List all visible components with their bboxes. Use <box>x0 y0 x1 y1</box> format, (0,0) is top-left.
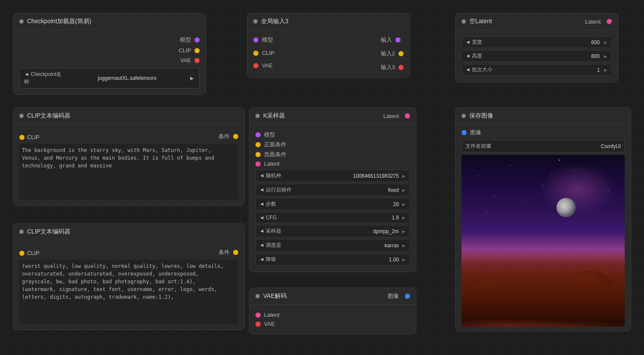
ks-model-dot <box>255 132 261 137</box>
checkpoint-field-label: ◄ Checkpoint名称 <box>24 71 65 85</box>
batch-param[interactable]: ◄ 批次大小 1 ► <box>462 64 612 76</box>
clip-encoder-1-body: CLIP 条件 <box>13 124 244 205</box>
global-vae-out: VAE <box>253 62 274 69</box>
latent-out-dot <box>607 19 612 24</box>
clip-out-dot <box>194 48 200 53</box>
clip-enc1-dot <box>19 135 24 140</box>
file-prefix-value: ComfyUI <box>601 143 621 149</box>
global-input-body: 模型 CLIP VAE 输入 输入2 <box>247 30 410 77</box>
save-image-node: 保存图像 图像 文件名前缀 ComfyUI <box>455 107 631 331</box>
k-sampler-header: K采样器 Latent <box>249 108 416 124</box>
ks-cfg-param[interactable]: ◄ CFG 1.8 ► <box>255 212 410 223</box>
checkpoint-clip-port: CLIP <box>179 47 200 54</box>
clip-enc1-text[interactable] <box>19 144 238 200</box>
save-image-input-dot <box>462 130 467 135</box>
preview-image <box>462 155 625 327</box>
clip-enc1-row: CLIP 条件 <box>19 130 238 142</box>
empty-latent-header: 空Latent Latent <box>456 13 618 30</box>
global-input-title: 全局输入3 <box>261 18 289 25</box>
checkpoint-arrow[interactable]: ► <box>189 75 195 82</box>
checkpoint-node: Checkpoint加载器(简易) 模型 CLIP VAE ◄ Checkpoi… <box>13 13 206 95</box>
vae-decode-node: VAE解码 图像 Latent VAE <box>249 288 416 334</box>
checkpoint-field-value: juggernautXL.safetensors <box>65 75 189 81</box>
global-input3-dot <box>398 65 404 70</box>
global-model-out: 模型 <box>253 36 274 44</box>
empty-latent-node: 空Latent Latent ◄ 宽度 600 ► ◄ 高度 800 ► ◄ 批… <box>455 13 618 82</box>
global-input-status-dot <box>253 19 258 24</box>
global-clip-out: CLIP <box>253 50 274 56</box>
ks-latent-port: Latent <box>255 161 410 167</box>
save-image-header: 保存图像 <box>456 108 631 124</box>
save-image-input-label: 图像 <box>470 129 481 137</box>
save-image-title: 保存图像 <box>469 112 493 120</box>
clip-enc2-label: CLIP <box>19 250 39 256</box>
model-out-dot <box>194 37 200 42</box>
save-image-input-port: 图像 <box>462 129 625 137</box>
ks-seed-param[interactable]: ◄ 随机种 1008466131983275 ► <box>255 170 410 182</box>
checkpoint-model-label: 模型 <box>180 36 191 44</box>
clip-encoder-1-node: CLIP文本编码器 CLIP 条件 <box>13 107 245 206</box>
clip-enc2-clip-label: CLIP <box>27 250 39 256</box>
checkpoint-header: Checkpoint加载器(简易) <box>13 13 206 30</box>
clip-enc2-row: CLIP 条件 <box>19 246 238 258</box>
empty-latent-body: ◄ 宽度 600 ► ◄ 高度 800 ► ◄ 批次大小 1 ► <box>456 30 618 82</box>
global-input1: 输入 <box>381 36 404 44</box>
ks-denoise-param[interactable]: ◄ 降噪 1.00 ► <box>255 253 410 266</box>
height-param[interactable]: ◄ 高度 800 ► <box>462 50 612 62</box>
vae-decode-vae-dot <box>255 322 261 327</box>
empty-latent-title: 空Latent <box>469 18 492 25</box>
clip-enc2-condition-dot <box>233 250 238 255</box>
checkpoint-model-port: 模型 <box>180 36 200 44</box>
clip-enc2-condition-label: 条件 <box>219 249 230 256</box>
clip-enc1-condition-label: 条件 <box>219 133 230 140</box>
k-sampler-status-dot <box>255 114 260 118</box>
vae-decode-body: Latent VAE <box>249 305 416 334</box>
global-clip-dot <box>253 51 258 56</box>
clip-enc1-clip-label: CLIP <box>27 134 39 140</box>
ks-scheduler-param[interactable]: ◄ 调度器 karras ► <box>255 239 410 252</box>
clip-encoder-1-title: CLIP文本编码器 <box>27 112 70 120</box>
global-input-header: 全局输入3 <box>247 13 410 30</box>
vae-out-dot <box>194 58 200 63</box>
ks-post-param[interactable]: ◄ 运行后操作 fixed ► <box>255 184 410 196</box>
global-input-node: 全局输入3 模型 CLIP VAE 输入 <box>247 13 410 78</box>
file-prefix-label: 文件名前缀 <box>465 143 601 150</box>
checkpoint-vae-label: VAE <box>180 57 191 64</box>
global-input3: 输入3 <box>381 64 404 71</box>
clip-encoder-2-body: CLIP 条件 <box>13 240 244 330</box>
clip-enc2-condition-port: 条件 <box>219 249 238 256</box>
checkpoint-body: 模型 CLIP VAE ◄ Checkpoint名称 juggernautXL.… <box>13 30 206 94</box>
global-vae-dot <box>253 63 258 68</box>
k-sampler-title: K采样器 <box>263 112 285 120</box>
clip-enc1-condition-dot <box>233 134 238 139</box>
width-param[interactable]: ◄ 宽度 600 ► <box>462 36 612 48</box>
clip-enc1-status-dot <box>19 114 24 118</box>
clip-encoder-2-title: CLIP文本编码器 <box>27 228 70 236</box>
vae-decode-title: VAE解码 <box>263 292 287 300</box>
ks-steps-param[interactable]: ◄ 步数 20 ► <box>255 198 410 210</box>
checkpoint-vae-port: VAE <box>180 57 200 64</box>
clip-enc2-dot <box>19 251 24 256</box>
clip-enc1-condition-port: 条件 <box>219 133 238 140</box>
nebula-cloud <box>539 164 617 215</box>
checkpoint-model-select[interactable]: ◄ Checkpoint名称 juggernautXL.safetensors … <box>19 68 200 88</box>
clip-enc2-text[interactable] <box>19 260 238 324</box>
vae-decode-vae-port: VAE <box>255 321 410 327</box>
vae-decode-latent-dot <box>255 313 261 318</box>
global-input2-dot <box>398 51 404 56</box>
clip-enc2-status-dot <box>19 230 24 234</box>
file-prefix-row[interactable]: 文件名前缀 ComfyUI <box>462 140 625 152</box>
checkpoint-status-dot <box>19 19 24 24</box>
rocks-overlay <box>462 292 625 327</box>
ks-sampler-param[interactable]: ◄ 采样器 dpmpp_2m ► <box>255 225 410 237</box>
checkpoint-clip-label: CLIP <box>179 47 191 54</box>
clip-enc1-label: CLIP <box>19 134 39 140</box>
global-model-dot <box>253 37 258 42</box>
vae-decode-status-dot <box>255 294 260 298</box>
global-input1-dot <box>395 37 401 42</box>
planet-moon <box>556 198 576 217</box>
save-image-status-dot <box>462 114 466 118</box>
k-sampler-node: K采样器 Latent 模型 正面条件 负面条件 Latent <box>249 107 416 272</box>
ks-negative-dot <box>255 152 261 157</box>
ks-latent-dot <box>255 161 261 167</box>
